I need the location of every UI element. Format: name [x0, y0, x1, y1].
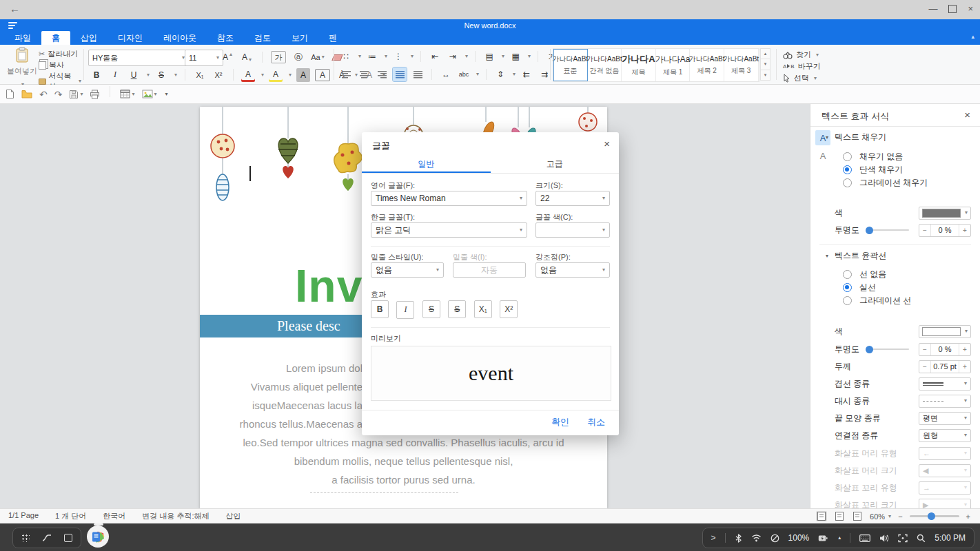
double-strikethrough-toggle[interactable]: S	[448, 300, 466, 318]
minus-button[interactable]: −	[919, 361, 931, 373]
text-outline-tab-icon[interactable]: A	[815, 148, 830, 163]
cancel-button[interactable]: 취소	[587, 416, 605, 428]
style-heading1[interactable]: 가나다Aa 제목 1	[656, 49, 691, 81]
strikethrough-caret-icon[interactable]: ▾	[174, 72, 177, 78]
tab-file[interactable]: 파일	[4, 31, 41, 45]
emphasis-select[interactable]: 없음 ▾	[535, 262, 610, 278]
redo-button[interactable]: ↷	[54, 89, 63, 100]
wifi-icon[interactable]	[751, 534, 762, 542]
web-layout-view-button[interactable]	[834, 511, 845, 521]
radio-icon[interactable]	[843, 178, 852, 187]
underline-caret-icon[interactable]: ▾	[147, 72, 150, 78]
font-size-select[interactable]: 11 ▾	[185, 50, 223, 66]
zoom-slider-thumb[interactable]	[928, 512, 935, 520]
save-button[interactable]: ▾	[69, 90, 83, 99]
shading-caret-icon[interactable]: ▾	[502, 54, 504, 59]
minus-button[interactable]: −	[919, 225, 931, 236]
zoom-slider[interactable]	[910, 515, 959, 517]
app-grid-icon[interactable]	[21, 534, 30, 542]
task-flow-icon[interactable]	[42, 534, 52, 542]
speaker-icon[interactable]	[879, 534, 889, 543]
fill-transparency-slider[interactable]	[866, 229, 909, 231]
zoom-level-button[interactable]: 60% ▾	[870, 512, 891, 521]
outline-view-button[interactable]	[852, 511, 863, 521]
font-name-select[interactable]: HY돋움 ▾	[88, 50, 189, 66]
bullet-list-button[interactable]: ∷	[339, 50, 353, 63]
find-button[interactable]: 찾기 ▾	[783, 49, 819, 61]
indent-caret-icon[interactable]: ▾	[465, 54, 468, 59]
dash-type-select[interactable]: ▾	[919, 395, 971, 408]
radio-icon[interactable]	[843, 165, 852, 174]
character-border-button[interactable]: 가	[271, 51, 286, 63]
ok-button[interactable]: 확인	[551, 416, 569, 428]
font-color-button[interactable]: A	[241, 67, 255, 82]
print-button[interactable]	[90, 90, 100, 99]
insert-table-button[interactable]: ▾	[120, 90, 134, 98]
change-case-button[interactable]: Aa▾	[311, 50, 325, 64]
outline-none-option[interactable]: 선 없음	[843, 269, 886, 280]
fill-none-option[interactable]: 채우기 없음	[843, 151, 903, 163]
document-heading[interactable]: Inv	[295, 260, 363, 312]
styles-scroll-down[interactable]: ▾	[760, 59, 770, 70]
body-line[interactable]: rhoncus tellus.Maecenas a	[200, 415, 363, 433]
radio-icon[interactable]	[843, 270, 852, 279]
overview-icon[interactable]	[64, 534, 72, 542]
expand-tray-icon[interactable]: >	[711, 533, 716, 543]
zoom-out-button[interactable]: −	[898, 512, 902, 521]
bullet-list-caret-icon[interactable]: ▾	[358, 54, 361, 59]
fill-color-picker[interactable]: ▾	[919, 207, 971, 220]
increase-indent-button[interactable]: ⇥	[446, 50, 460, 63]
numbered-list-caret-icon[interactable]: ▾	[385, 54, 387, 59]
fill-solid-option[interactable]: 단색 채우기	[843, 164, 903, 176]
italic-toggle[interactable]: I	[396, 301, 414, 319]
cap-type-select[interactable]: 평면 ▾	[919, 412, 971, 425]
justify-button[interactable]	[393, 67, 407, 81]
word-count[interactable]: 1 개 단어	[55, 511, 86, 521]
select-button[interactable]: 선택 ▾	[783, 72, 817, 84]
language-indicator[interactable]: 한국어	[103, 511, 125, 521]
body-line[interactable]: leo.Sed tempor ultrices magna sed conval…	[200, 433, 607, 452]
tab-advanced[interactable]: 고급	[491, 156, 620, 173]
line-spacing-button[interactable]: ⇕	[493, 67, 507, 81]
open-file-button[interactable]	[21, 90, 32, 98]
compound-type-select[interactable]: ▾	[919, 377, 971, 391]
shrink-font-button[interactable]: A▾	[240, 50, 254, 64]
cut-button[interactable]: ✂ 잘라내기	[39, 49, 78, 59]
superscript-toggle[interactable]: X²	[500, 300, 518, 318]
plus-button[interactable]: +	[959, 361, 970, 373]
decrease-indent-button[interactable]: ⇤	[428, 50, 442, 63]
slider-thumb[interactable]	[866, 346, 873, 353]
size-select[interactable]: 22 ▾	[535, 191, 610, 206]
superscript-button[interactable]: X²	[212, 68, 225, 82]
zoom-in-button[interactable]: +	[966, 512, 970, 521]
character-box-button[interactable]: A	[315, 69, 330, 81]
bold-button[interactable]: B	[90, 68, 103, 82]
slider-thumb[interactable]	[866, 227, 873, 234]
paragraph-shading-button[interactable]: ▤	[482, 50, 496, 63]
tab-insert[interactable]: 삽입	[70, 31, 108, 45]
text-outline-section-header[interactable]: ▾ 텍스트 윤곽선	[826, 250, 886, 262]
borders-button[interactable]: ▦	[509, 50, 522, 63]
dialog-close-icon[interactable]: ×	[604, 138, 610, 149]
distribute-button[interactable]	[411, 67, 425, 81]
new-document-button[interactable]	[6, 89, 14, 99]
wps-office-app-icon[interactable]	[87, 526, 110, 549]
body-line[interactable]: isqueMaecenas lacus la	[200, 396, 363, 415]
underline-style-select[interactable]: 없음 ▾	[371, 262, 444, 278]
track-changes-indicator[interactable]: 변경 내용 추적:해제	[142, 511, 209, 521]
replace-button[interactable]: AB 바꾸기	[783, 61, 821, 72]
underline-button[interactable]: U	[127, 68, 141, 82]
enclose-character-button[interactable]: ⓐ	[292, 50, 305, 64]
subscript-toggle[interactable]: X₁	[474, 300, 492, 318]
maximize-button[interactable]	[948, 5, 957, 13]
tray-up-icon[interactable]: ▴	[838, 535, 841, 541]
outline-gradient-option[interactable]: 그라데이션 선	[843, 295, 911, 306]
save-caret-icon[interactable]: ▾	[80, 92, 83, 97]
clock[interactable]: 5:00 PM	[935, 533, 966, 543]
body-line[interactable]: bibendum mollis, neque tellus pellentesq…	[200, 452, 607, 470]
grow-font-button[interactable]: A▴	[221, 50, 234, 64]
close-button[interactable]: ×	[968, 3, 973, 14]
tab-general[interactable]: 일반	[362, 156, 491, 173]
bluetooth-icon[interactable]	[735, 534, 742, 543]
search-icon[interactable]	[917, 534, 926, 543]
